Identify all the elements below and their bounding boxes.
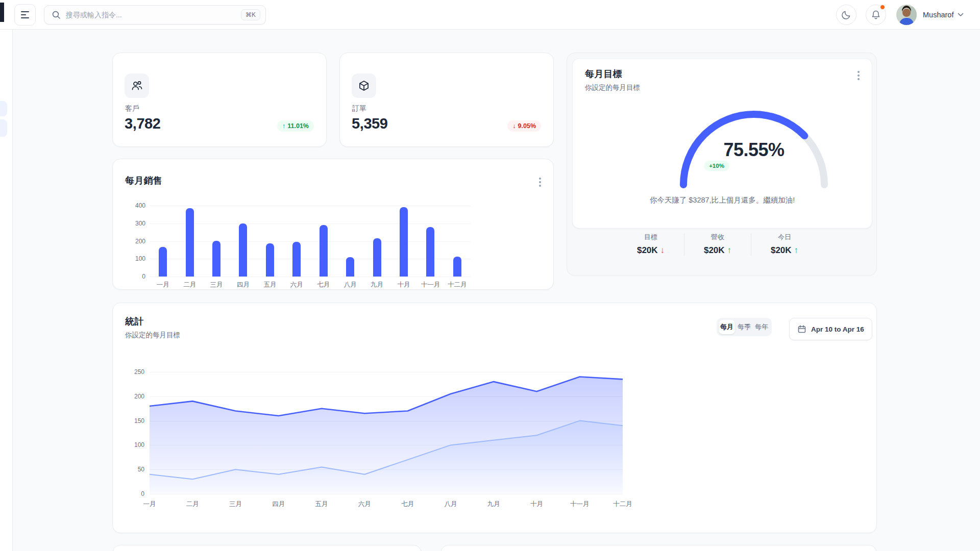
monthly-sales-card: 每月銷售 4003002001000一月二月三月四月五月六月七月八月九月十月十一… xyxy=(112,159,554,290)
x-axis-label: 八月 xyxy=(433,500,469,509)
target-percentage: 75.55% xyxy=(677,139,830,161)
y-axis-label: 50 xyxy=(120,466,144,473)
more-options-icon[interactable] xyxy=(854,68,863,83)
stat-value: $20K↑ xyxy=(684,245,751,256)
x-axis-label: 一月 xyxy=(148,281,178,289)
stat-label: 今日 xyxy=(751,233,818,242)
sidebar-item-fragment[interactable] xyxy=(0,119,7,137)
x-axis-label: 五月 xyxy=(304,500,339,509)
search-input[interactable] xyxy=(66,11,236,19)
bar xyxy=(186,208,194,277)
y-axis-label: 250 xyxy=(120,368,144,375)
trend-arrow-icon: ↑ xyxy=(282,122,285,130)
chevron-down-icon xyxy=(958,13,964,17)
y-axis-label: 100 xyxy=(120,441,144,448)
x-axis-label: 十月 xyxy=(519,500,554,509)
x-axis-label: 七月 xyxy=(390,500,426,509)
bar xyxy=(400,207,408,277)
bar xyxy=(239,223,247,277)
statistics-card: 統計 你設定的每月目標 每月 每季 每年 Apr 10 to Apr 16 05… xyxy=(112,303,877,533)
x-axis-label: 五月 xyxy=(255,281,285,289)
monthly-sales-chart: 4003002001000一月二月三月四月五月六月七月八月九月十月十一月十二月 xyxy=(113,159,554,290)
x-axis-label: 十月 xyxy=(388,281,419,289)
box-icon xyxy=(352,73,376,98)
bar xyxy=(346,257,354,277)
x-axis-label: 十二月 xyxy=(605,500,641,509)
y-axis-label: 150 xyxy=(120,417,144,424)
x-axis-label: 十一月 xyxy=(562,500,598,509)
stat-value: $20K↓ xyxy=(618,245,684,256)
trend-arrow-icon: ↓ xyxy=(660,245,665,256)
user-menu[interactable]: Musharof xyxy=(923,0,964,30)
x-axis-label: 十一月 xyxy=(415,281,446,289)
monthly-target-inner: 每月目標 你設定的每月目標 75.55% +10% 你今天賺了 $3287,比上… xyxy=(572,58,872,229)
bar xyxy=(373,238,381,277)
x-axis-label: 十二月 xyxy=(442,281,473,289)
monthly-target-card: 每月目標 你設定的每月目標 75.55% +10% 你今天賺了 $3287,比上… xyxy=(567,53,877,276)
x-axis-label: 三月 xyxy=(218,500,254,509)
moon-icon xyxy=(841,10,851,20)
trend-arrow-icon: ↓ xyxy=(512,122,516,130)
stat-label: 目標 xyxy=(618,233,684,242)
area-series xyxy=(149,371,624,495)
notification-dot xyxy=(880,5,885,10)
global-search[interactable]: ⌘K xyxy=(44,5,266,24)
y-axis-label: 200 xyxy=(120,393,144,400)
users-icon xyxy=(125,73,149,98)
gridline xyxy=(150,223,471,224)
target-stat: 今日$20K↑ xyxy=(751,233,818,256)
bar xyxy=(426,227,434,277)
x-axis-label: 四月 xyxy=(261,500,297,509)
gridline xyxy=(150,277,471,277)
x-axis-label: 三月 xyxy=(201,281,232,289)
x-axis-label: 二月 xyxy=(175,500,210,509)
bottom-left-card xyxy=(112,545,422,551)
metric-trend-badge: ↓ 9.05% xyxy=(507,120,541,132)
trend-arrow-icon: ↑ xyxy=(727,245,732,256)
theme-toggle-button[interactable] xyxy=(836,5,856,25)
avatar-image xyxy=(896,5,917,25)
target-stat: 營收$20K↑ xyxy=(684,233,751,256)
statistics-chart: 050100150200250一月二月三月四月五月六月七月八月九月十月十一月十二… xyxy=(113,303,877,534)
y-axis-label: 200 xyxy=(123,238,145,245)
x-axis-label: 七月 xyxy=(308,281,339,289)
gridline xyxy=(150,259,471,259)
metric-card-orders: 訂單 5,359 ↓ 9.05% xyxy=(339,53,554,147)
sidebar-dark-edge xyxy=(0,3,4,22)
x-axis-label: 六月 xyxy=(281,281,312,289)
target-message: 你今天賺了 $3287,比上個月還多。繼續加油! xyxy=(573,195,872,205)
search-icon xyxy=(52,10,61,19)
y-axis-label: 300 xyxy=(123,220,145,227)
x-axis-label: 一月 xyxy=(132,500,167,509)
bottom-right-card xyxy=(440,545,877,551)
user-name: Musharof xyxy=(923,11,953,19)
bar xyxy=(453,257,461,277)
shortcut-badge: ⌘K xyxy=(241,9,260,20)
menu-icon xyxy=(21,11,29,18)
x-axis-label: 六月 xyxy=(347,500,382,509)
avatar[interactable] xyxy=(896,5,917,25)
card-subtitle: 你設定的每月目標 xyxy=(585,83,640,92)
target-stat: 目標$20K↓ xyxy=(618,233,684,256)
gridline xyxy=(150,206,471,206)
y-axis-label: 0 xyxy=(123,273,145,280)
metric-label: 訂單 xyxy=(352,104,366,113)
x-axis-label: 八月 xyxy=(335,281,365,289)
stat-value: $20K↑ xyxy=(751,245,818,256)
notifications-button[interactable] xyxy=(866,5,886,25)
y-axis-label: 0 xyxy=(120,490,144,497)
sidebar-toggle-button[interactable] xyxy=(14,4,36,26)
metric-value: 3,782 xyxy=(125,115,161,132)
app-header: ⌘K Musharof xyxy=(0,0,980,30)
bell-icon xyxy=(871,10,881,20)
target-delta-badge: +10% xyxy=(704,161,729,171)
metric-card-customers: 客戶 3,782 ↑ 11.01% xyxy=(112,53,327,147)
bar xyxy=(266,243,274,277)
x-axis-label: 九月 xyxy=(362,281,393,289)
bar xyxy=(320,225,328,277)
bar xyxy=(212,241,220,277)
sidebar-item-fragment[interactable] xyxy=(0,101,7,116)
x-axis-label: 四月 xyxy=(228,281,258,289)
stat-label: 營收 xyxy=(684,233,751,242)
y-axis-label: 400 xyxy=(123,202,145,209)
